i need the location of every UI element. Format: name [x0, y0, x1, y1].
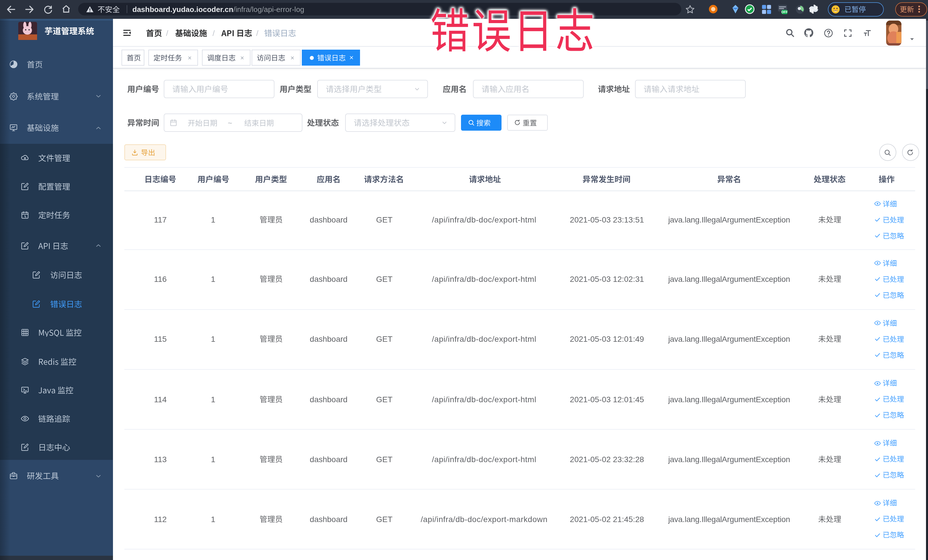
svg-text:OFF: OFF	[781, 10, 788, 14]
